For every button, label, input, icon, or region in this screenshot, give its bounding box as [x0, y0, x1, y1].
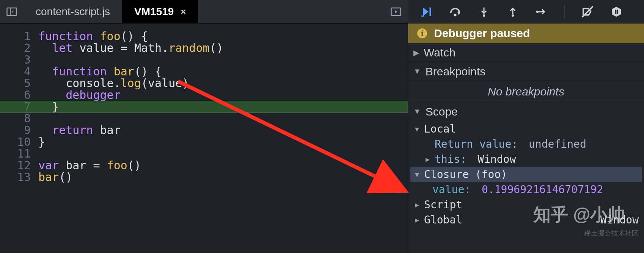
show-navigator-icon[interactable]: [0, 0, 24, 23]
scope-return-value[interactable]: Return value: undefined: [408, 136, 644, 151]
resume-icon[interactable]: [419, 4, 434, 19]
section-label: Breakpoints: [426, 65, 485, 78]
svg-rect-8: [617, 9, 618, 14]
svg-rect-7: [615, 9, 616, 14]
debugger-paused-banner: i Debugger paused: [408, 23, 644, 43]
chevron-down-icon: ▼: [413, 107, 421, 116]
tab-vm1519[interactable]: VM1519 ×: [122, 0, 198, 23]
line-gutter: 12345678910111213: [0, 23, 36, 253]
code-line[interactable]: var bar = foo(): [38, 159, 408, 171]
code-line[interactable]: console.log(value): [38, 77, 408, 89]
scope-script[interactable]: ▶ Script: [408, 197, 644, 212]
debugger-sidebar: i Debugger paused ▶ Watch ▼ Breakpoints …: [408, 0, 644, 253]
section-scope[interactable]: ▼ Scope: [408, 102, 644, 121]
code-editor[interactable]: 12345678910111213 function foo() { let v…: [0, 23, 408, 253]
section-label: Watch: [424, 46, 456, 59]
svg-point-4: [483, 14, 485, 16]
code-line[interactable]: function bar() {: [38, 66, 408, 77]
code-line[interactable]: }: [38, 136, 408, 148]
info-icon: i: [417, 28, 427, 38]
svg-point-3: [454, 13, 456, 16]
svg-point-5: [512, 14, 514, 16]
svg-rect-2: [430, 7, 431, 16]
code-line[interactable]: function foo() {: [38, 30, 408, 42]
section-breakpoints[interactable]: ▼ Breakpoints: [408, 62, 644, 81]
scope-tree: ▼ Local Return value: undefined ▶ this: …: [408, 121, 644, 227]
code-line[interactable]: [38, 54, 408, 66]
code-line[interactable]: debugger: [38, 89, 408, 101]
step-out-icon[interactable]: [505, 4, 520, 19]
chevron-right-icon: ▶: [415, 201, 422, 209]
code-line[interactable]: [38, 112, 408, 124]
step-icon[interactable]: [534, 4, 549, 19]
tab-label: content-script.js: [36, 6, 110, 18]
editor-pane: content-script.js VM1519 × 1234567891011…: [0, 0, 408, 253]
tab-content-script[interactable]: content-script.js: [24, 0, 122, 23]
close-icon[interactable]: ×: [181, 6, 186, 17]
scope-this[interactable]: ▶ this: Window: [408, 151, 644, 167]
svg-point-6: [536, 10, 539, 12]
step-over-icon[interactable]: [448, 4, 463, 19]
scope-global[interactable]: ▶ Global Window: [408, 212, 644, 227]
run-snippet-icon[interactable]: [384, 0, 408, 23]
debugger-toolbar: [408, 0, 644, 23]
code-line[interactable]: }: [38, 101, 408, 112]
chevron-down-icon: ▼: [415, 125, 422, 133]
tab-label: VM1519: [134, 6, 174, 18]
code-line[interactable]: bar(): [38, 171, 408, 183]
editor-tabbar: content-script.js VM1519 ×: [0, 0, 408, 23]
code-content: function foo() { let value = Math.random…: [36, 23, 408, 253]
section-label: Scope: [426, 105, 458, 118]
code-line[interactable]: return bar: [38, 124, 408, 136]
pause-on-exceptions-icon[interactable]: [609, 4, 624, 19]
step-into-icon[interactable]: [476, 4, 492, 19]
code-line[interactable]: [38, 148, 408, 159]
chevron-down-icon: ▼: [415, 170, 422, 178]
banner-text: Debugger paused: [434, 27, 530, 40]
chevron-right-icon: ▶: [426, 155, 432, 163]
chevron-right-icon: ▶: [415, 216, 422, 224]
chevron-down-icon: ▼: [413, 67, 421, 76]
scope-closure-value[interactable]: value: 0.19969216146707192: [408, 182, 644, 197]
scope-local[interactable]: ▼ Local: [408, 121, 644, 136]
deactivate-breakpoints-icon[interactable]: [580, 4, 595, 19]
watermark-juejin: 稀土掘金技术社区: [584, 229, 639, 238]
no-breakpoints-message: No breakpoints: [408, 81, 644, 102]
scope-closure-foo[interactable]: ▼ Closure (foo): [410, 167, 642, 182]
section-watch[interactable]: ▶ Watch: [408, 43, 644, 62]
chevron-right-icon: ▶: [413, 48, 419, 57]
code-line[interactable]: let value = Math.random(): [38, 42, 408, 54]
